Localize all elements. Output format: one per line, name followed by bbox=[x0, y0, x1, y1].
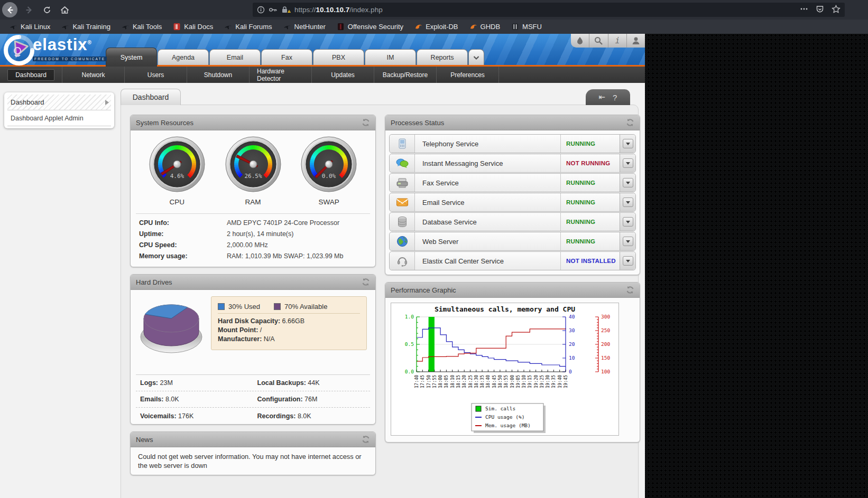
bookmark-item[interactable]: Kali Tools bbox=[122, 23, 162, 31]
bookmark-item[interactable]: NetHunter bbox=[283, 23, 326, 31]
subnav-item-backup-restore[interactable]: Backup/Restore bbox=[374, 67, 437, 83]
process-name: Database Service bbox=[415, 213, 560, 231]
bookmark-item[interactable]: Kali Training bbox=[61, 23, 110, 31]
process-status: NOT INSTALLED bbox=[560, 252, 620, 270]
legend-swatch bbox=[274, 303, 281, 310]
tab-email[interactable]: Email bbox=[209, 49, 261, 65]
svg-text:18:40: 18:40 bbox=[485, 375, 491, 388]
info-icon[interactable]: i bbox=[608, 34, 627, 48]
lock-warning-icon[interactable] bbox=[281, 6, 291, 14]
help-icon[interactable]: ? bbox=[613, 93, 617, 102]
info-row: Memory usage:RAM: 1,010.39 Mb SWAP: 1,02… bbox=[136, 250, 370, 261]
refresh-icon[interactable] bbox=[362, 278, 370, 286]
sidebar-item-dashboard-applet-admin[interactable]: Dashboard Applet Admin bbox=[7, 110, 111, 126]
chevron-down-icon[interactable] bbox=[468, 49, 484, 65]
process-dropdown-button[interactable] bbox=[620, 193, 635, 211]
svg-text:18:25: 18:25 bbox=[468, 375, 473, 388]
tab-system[interactable]: System bbox=[106, 48, 157, 67]
tab-fax[interactable]: Fax bbox=[261, 49, 312, 65]
tab-im[interactable]: IM bbox=[365, 49, 416, 65]
bookmark-label: Kali Docs bbox=[184, 23, 213, 31]
tab-agenda[interactable]: Agenda bbox=[158, 49, 209, 65]
back-icon[interactable] bbox=[2, 2, 17, 17]
page-actions-icon[interactable] bbox=[800, 5, 808, 15]
bookmark-item[interactable]: Kali Docs bbox=[173, 23, 213, 31]
panel-title: Hard Drives bbox=[136, 278, 362, 286]
process-status: RUNNING bbox=[560, 213, 620, 231]
bookmark-item[interactable]: MSFU bbox=[511, 23, 542, 31]
svg-text:18:20: 18:20 bbox=[461, 375, 467, 388]
svg-text:18:50: 18:50 bbox=[497, 375, 503, 388]
bookmark-item[interactable]: Offensive Security bbox=[337, 23, 403, 31]
email-icon bbox=[390, 193, 415, 211]
disk-stat: Voicemails: 176K bbox=[136, 412, 253, 420]
url-bar[interactable]: https://10.10.10.7/index.php bbox=[253, 3, 845, 17]
info-row: Uptime:2 hour(s), 14 minute(s) bbox=[136, 228, 370, 239]
refresh-icon[interactable] bbox=[362, 118, 370, 127]
bookmark-item[interactable]: Exploit-DB bbox=[414, 23, 458, 31]
bookmark-item[interactable]: Kali Linux bbox=[10, 23, 50, 31]
svg-text:18:30: 18:30 bbox=[474, 375, 479, 388]
process-dropdown-button[interactable] bbox=[620, 213, 635, 231]
disk-stat: Configuration: 76M bbox=[253, 396, 371, 403]
news-panel: News Could not get web server informatio… bbox=[130, 431, 376, 475]
svg-text:26.5%: 26.5% bbox=[244, 173, 262, 180]
process-status: RUNNING bbox=[560, 193, 620, 211]
subnav-item-network[interactable]: Network bbox=[62, 67, 125, 83]
bookmark-label: GHDB bbox=[481, 23, 501, 31]
process-row: Email Service RUNNING bbox=[389, 193, 636, 212]
svg-text:17:40: 17:40 bbox=[414, 375, 419, 388]
subnav-item-users[interactable]: Users bbox=[125, 67, 187, 83]
refresh-icon[interactable] bbox=[626, 118, 634, 127]
subnav-item-dashboard[interactable]: Dashboard bbox=[0, 67, 62, 83]
process-dropdown-button[interactable] bbox=[620, 252, 635, 270]
pocket-shield-icon[interactable] bbox=[816, 5, 824, 15]
bookmark-item[interactable]: GHDB bbox=[469, 23, 501, 31]
subnav-item-updates[interactable]: Updates bbox=[312, 67, 374, 83]
search-icon[interactable] bbox=[589, 34, 608, 48]
subnav-item-preferences[interactable]: Preferences bbox=[437, 67, 499, 83]
bookmarks-toolbar: Kali LinuxKali TrainingKali ToolsKali Do… bbox=[0, 20, 868, 34]
user-icon[interactable] bbox=[627, 34, 645, 48]
subnav-item-hardware-detector[interactable]: Hardware Detector bbox=[250, 67, 312, 83]
info-label: Uptime: bbox=[136, 230, 227, 238]
info-circle-icon[interactable] bbox=[257, 6, 265, 14]
home-icon[interactable] bbox=[57, 2, 72, 17]
reload-icon[interactable] bbox=[39, 2, 54, 17]
tab-reports[interactable]: Reports bbox=[417, 49, 468, 65]
subnav-item-shutdown[interactable]: Shutdown bbox=[187, 67, 250, 83]
bookmark-star-icon[interactable] bbox=[832, 5, 841, 15]
process-dropdown-button[interactable] bbox=[620, 174, 635, 192]
gauge-swap: 0.0%SWAP bbox=[299, 136, 358, 206]
page-tab-dashboard[interactable]: Dashboard bbox=[121, 89, 181, 105]
sidebar-item-dashboard[interactable]: Dashboard bbox=[7, 95, 111, 110]
svg-text:250: 250 bbox=[601, 327, 610, 333]
process-dropdown-button[interactable] bbox=[620, 232, 635, 250]
process-name: Email Service bbox=[415, 193, 560, 211]
gauge-label: SWAP bbox=[299, 198, 358, 206]
info-label: CPU Speed: bbox=[136, 241, 227, 249]
process-dropdown-button[interactable] bbox=[620, 154, 635, 172]
svg-text:18:35: 18:35 bbox=[479, 375, 485, 388]
refresh-icon[interactable] bbox=[626, 286, 634, 294]
kali-dragon-icon bbox=[283, 23, 291, 31]
forward-icon[interactable] bbox=[21, 2, 36, 17]
webserver-icon bbox=[390, 232, 415, 250]
process-status: NOT RUNNING bbox=[560, 154, 620, 172]
svg-text:0.5: 0.5 bbox=[405, 341, 414, 347]
process-dropdown-button[interactable] bbox=[620, 135, 635, 153]
refresh-icon[interactable] bbox=[362, 435, 370, 444]
key-icon[interactable] bbox=[269, 6, 278, 13]
bookmark-item[interactable]: Kali Forums bbox=[224, 23, 272, 31]
fax-icon bbox=[390, 174, 415, 192]
disk-stat: Local Backups: 44K bbox=[253, 379, 371, 387]
url-text[interactable]: https://10.10.10.7/index.php bbox=[294, 6, 796, 14]
sidebar-menu: DashboardDashboard Applet Admin bbox=[4, 92, 114, 128]
droplet-icon[interactable] bbox=[571, 34, 589, 48]
tab-pbx[interactable]: PBX bbox=[313, 49, 364, 65]
collapse-panel-icon[interactable]: ⇤ bbox=[599, 92, 606, 102]
panel-title: Performance Graphic bbox=[391, 286, 626, 294]
process-name: Elastix Call Center Service bbox=[415, 252, 560, 270]
elastix-logo[interactable]: elastix® FREEDOM TO COMUNICATE bbox=[3, 35, 107, 68]
processes-status-header: Processes Status bbox=[385, 115, 640, 130]
